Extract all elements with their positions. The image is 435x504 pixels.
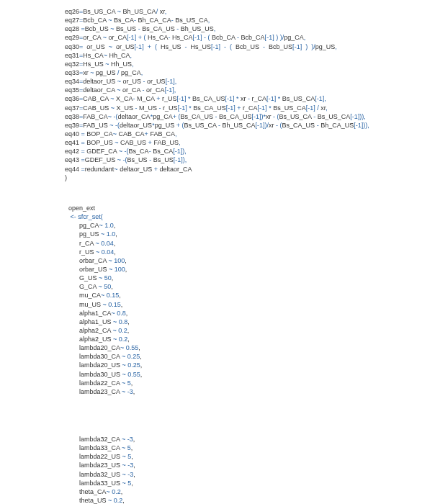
eq-line-eq28: eq28 =Bcb_US ~ Bs_US - Bs_CA_US - Bh_US_… <box>65 24 428 33</box>
eq-line-eq39: eq39=FAB_US ~ -(deltaor_US*pg_US + (Bs_U… <box>65 121 428 130</box>
param-pg_CA: pg_CA~ 1.0, <box>65 221 428 230</box>
param-lambda20_CA: lambda20_CA~ 0.55, <box>65 343 428 352</box>
param-pg_US: pg_US ~ 1.0, <box>65 230 428 238</box>
eq-line-eq40: eq40 = BOP_CA~ CAB_CA+ FAB_CA, <box>65 130 428 138</box>
eq-line-eq30: eq30= or_US ~ or_US[-1] + ( Hs_US - Hs_U… <box>65 42 428 51</box>
assign-op: <- <box>71 213 76 220</box>
eq-line-eq32: eq32=Hs_US ~ Hh_US, <box>65 60 428 68</box>
param-lambda30_US: lambda30_US ~ 0.55, <box>65 370 428 379</box>
param-lambda32_CA: lambda32_CA ~ -3, <box>65 435 428 444</box>
param-theta_CA: theta_CA~ 0.2, <box>65 487 428 496</box>
param-lambda20_US: lambda20_US ~ 0.25, <box>65 361 428 369</box>
param-theta_US: theta_US ~ 0.2, <box>65 496 428 504</box>
eq-line-eq38: eq38=FAB_CA~ -(deltaor_CA*pg_CA+ (Bs_CA_… <box>65 112 428 121</box>
eq-line-eq42: eq42 = GDEF_CA ~ -(Bs_CA- Bs_CA[-1]), <box>65 147 428 156</box>
eq-line-eq27: eq27=Bcb_CA ~ Bs_CA- Bh_CA_CA- Bs_US_CA, <box>65 16 428 24</box>
param-alpha2_CA: alpha2_CA ~ 0.2, <box>65 326 428 335</box>
param-r_CA: r_CA ~ 0.04, <box>65 239 428 248</box>
param-lambda23_US: lambda23_US ~ -3, <box>65 461 428 469</box>
fn-name: sfcr_set( <box>78 213 103 220</box>
param-orbar_US: orbar_US ~ 100, <box>65 265 428 274</box>
open-ext-header: open_ext <- sfcr_set( <box>65 195 428 221</box>
open-ext-params-group-2: lambda32_CA ~ -3,lambda33_CA ~ 5,lambda2… <box>65 435 428 504</box>
eq-line-eq41: eq41 = BOP_US ~ CAB_US + FAB_US, <box>65 138 428 147</box>
param-lambda30_CA: lambda30_CA ~ 0.25, <box>65 352 428 361</box>
eq-closing-paren: ) <box>65 174 428 182</box>
param-r_US: r_US ~ 0.04, <box>65 248 428 256</box>
equations-block: eq26=Bs_US_CA ~ Bh_US_CA/ xr,eq27=Bcb_CA… <box>65 7 428 174</box>
eq-line-eq33: eq33=xr ~ pg_US / pg_CA, <box>65 68 428 77</box>
param-mu_CA: mu_CA~ 0.15, <box>65 291 428 300</box>
eq-line-eq44: eq44 =redundant~ deltaor_US + deltaor_CA <box>65 165 428 174</box>
open-ext-var: open_ext <box>68 204 95 212</box>
param-lambda22_US: lambda22_US ~ 5, <box>65 452 428 461</box>
param-lambda33_CA: lambda33_CA ~ 5, <box>65 444 428 452</box>
eq-line-eq35: eq35=deltaor_CA ~ or_CA - or_CA[-1], <box>65 86 428 94</box>
eq-line-eq26: eq26=Bs_US_CA ~ Bh_US_CA/ xr, <box>65 7 428 16</box>
param-lambda32_US: lambda32_US ~ -3, <box>65 470 428 479</box>
param-mu_US: mu_US ~ 0.15, <box>65 300 428 309</box>
param-orbar_CA: orbar_CA ~ 100, <box>65 256 428 265</box>
param-lambda23_CA: lambda23_CA ~ -3, <box>65 387 428 396</box>
param-alpha1_US: alpha1_US ~ 0.8, <box>65 318 428 326</box>
eq-line-eq29: eq29=or_CA ~ or_CA[-1] + ( Hs_CA- Hs_CA[… <box>65 33 428 42</box>
eq-line-eq43: eq43 =GDEF_US ~ -(Bs_US - Bs_US[-1]), <box>65 156 428 164</box>
param-G_CA: G_CA ~ 50, <box>65 282 428 291</box>
open-ext-params-group-1: pg_CA~ 1.0,pg_US ~ 1.0,r_CA ~ 0.04,r_US … <box>65 221 428 396</box>
param-alpha2_US: alpha2_US ~ 0.2, <box>65 335 428 343</box>
param-alpha1_CA: alpha1_CA~ 0.8, <box>65 309 428 318</box>
param-G_US: G_US ~ 50, <box>65 274 428 282</box>
eq-line-eq31: eq31=Hs_CA~ Hh_CA, <box>65 51 428 60</box>
eq-line-eq34: eq34=deltaor_US ~ or_US - or_US[-1], <box>65 77 428 86</box>
eq-line-eq36: eq36=CAB_CA ~ X_CA- M_CA + r_US[-1] * Bs… <box>65 94 428 103</box>
param-lambda22_CA: lambda22_CA ~ 5, <box>65 379 428 387</box>
param-lambda33_US: lambda33_US ~ 5, <box>65 479 428 487</box>
eq-line-eq37: eq37=CAB_US ~ X_US - M_US - r_US[-1] * B… <box>65 104 428 112</box>
